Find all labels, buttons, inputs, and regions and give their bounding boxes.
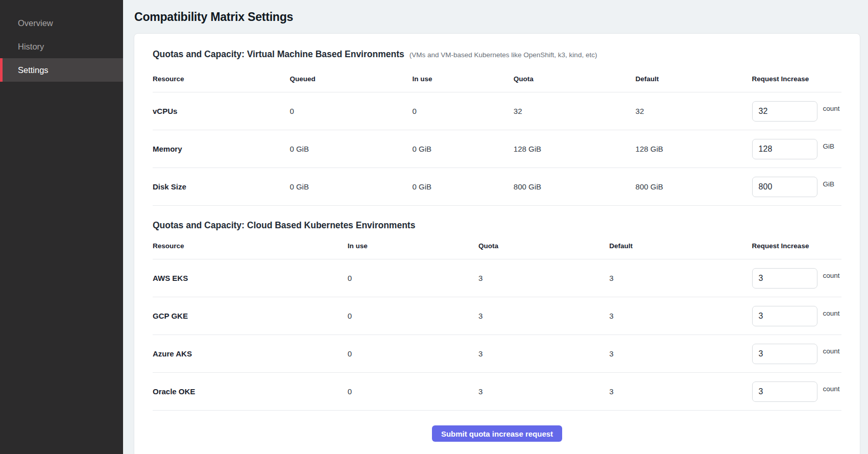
button-row: Submit quota increase request — [153, 411, 841, 449]
table-row-azure-aks: Azure AKS 0 3 3 count — [153, 335, 841, 373]
request-increase-cell: count — [752, 306, 841, 326]
sidebar: Overview History Settings — [0, 0, 123, 454]
table-row-oracle-oke: Oracle OKE 0 3 3 count — [153, 373, 841, 411]
in-use-value: 0 — [348, 335, 478, 373]
default-value: 3 — [609, 373, 752, 411]
page-title: Compatibility Matrix Settings — [134, 10, 860, 24]
vm-table-header-row: Resource Queued In use Quota Default Req… — [153, 65, 841, 92]
request-increase-cell: GiB — [752, 139, 841, 159]
queued-value: 0 — [290, 92, 412, 130]
quota-value: 128 GiB — [514, 130, 636, 168]
sidebar-item-label: History — [18, 42, 44, 52]
request-increase-cell: GiB — [752, 177, 841, 197]
unit-label: count — [823, 105, 840, 112]
unit-label: count — [823, 309, 840, 317]
aws-eks-request-input[interactable] — [752, 268, 817, 289]
main-content: Compatibility Matrix Settings Quotas and… — [123, 0, 868, 454]
in-use-value: 0 — [348, 373, 478, 411]
k8s-table-header-row: Resource In use Quota Default Request In… — [153, 232, 841, 259]
default-value: 3 — [609, 297, 752, 335]
k8s-quota-table: Resource In use Quota Default Request In… — [153, 232, 841, 411]
k8s-section-title: Quotas and Capacity: Cloud Based Kuberne… — [153, 220, 415, 231]
resource-name: Disk Size — [153, 168, 290, 206]
resource-name: vCPUs — [153, 92, 290, 130]
k8s-col-in-use: In use — [348, 232, 478, 259]
request-increase-cell: count — [752, 344, 841, 364]
table-row-aws-eks: AWS EKS 0 3 3 count — [153, 259, 841, 297]
default-value: 128 GiB — [636, 130, 752, 168]
request-increase-cell: count — [752, 268, 841, 289]
disk-size-request-input[interactable] — [752, 177, 817, 197]
default-value: 3 — [609, 335, 752, 373]
submit-quota-button[interactable]: Submit quota increase request — [432, 425, 562, 442]
table-row-disk-size: Disk Size 0 GiB 0 GiB 800 GiB 800 GiB Gi… — [153, 168, 841, 206]
unit-label: GiB — [823, 142, 835, 150]
vm-col-resource: Resource — [153, 65, 290, 92]
k8s-section-header: Quotas and Capacity: Cloud Based Kuberne… — [153, 220, 841, 231]
sidebar-item-label: Overview — [18, 18, 53, 28]
vm-section-subtitle: (VMs and VM-based Kubernetes like OpenSh… — [409, 51, 597, 59]
quota-value: 3 — [478, 335, 609, 373]
azure-aks-request-input[interactable] — [752, 344, 817, 364]
vm-col-request-increase: Request Increase — [752, 65, 841, 92]
request-increase-cell: count — [752, 381, 841, 402]
table-row-gcp-gke: GCP GKE 0 3 3 count — [153, 297, 841, 335]
unit-label: GiB — [823, 180, 835, 188]
unit-label: count — [823, 385, 840, 393]
k8s-col-request-increase: Request Increase — [752, 232, 841, 259]
quota-value: 3 — [478, 373, 609, 411]
sidebar-item-overview[interactable]: Overview — [0, 11, 123, 35]
in-use-value: 0 — [348, 297, 478, 335]
queued-value: 0 GiB — [290, 130, 412, 168]
queued-value: 0 GiB — [290, 168, 412, 206]
k8s-col-resource: Resource — [153, 232, 348, 259]
vm-section-header: Quotas and Capacity: Virtual Machine Bas… — [153, 49, 841, 60]
vm-quota-table: Resource Queued In use Quota Default Req… — [153, 65, 841, 206]
quota-settings-card: Quotas and Capacity: Virtual Machine Bas… — [134, 33, 860, 454]
unit-label: count — [823, 347, 840, 355]
sidebar-item-history[interactable]: History — [0, 35, 123, 58]
resource-name: AWS EKS — [153, 259, 348, 297]
vm-col-quota: Quota — [514, 65, 636, 92]
in-use-value: 0 — [413, 92, 514, 130]
request-increase-cell: count — [752, 101, 841, 122]
vm-col-queued: Queued — [290, 65, 412, 92]
sidebar-item-settings[interactable]: Settings — [0, 58, 123, 82]
quota-value: 3 — [478, 259, 609, 297]
resource-name: Memory — [153, 130, 290, 168]
vm-col-in-use: In use — [413, 65, 514, 92]
resource-name: Azure AKS — [153, 335, 348, 373]
table-row-vcpus: vCPUs 0 0 32 32 count — [153, 92, 841, 130]
oracle-oke-request-input[interactable] — [752, 381, 817, 402]
resource-name: Oracle OKE — [153, 373, 348, 411]
quota-value: 3 — [478, 297, 609, 335]
unit-label: count — [823, 272, 840, 279]
app-root: Overview History Settings Compatibility … — [0, 0, 868, 454]
in-use-value: 0 GiB — [413, 130, 514, 168]
table-row-memory: Memory 0 GiB 0 GiB 128 GiB 128 GiB GiB — [153, 130, 841, 168]
default-value: 3 — [609, 259, 752, 297]
vm-section-title: Quotas and Capacity: Virtual Machine Bas… — [153, 49, 404, 60]
quota-value: 800 GiB — [514, 168, 636, 206]
k8s-col-default: Default — [609, 232, 752, 259]
in-use-value: 0 — [348, 259, 478, 297]
k8s-col-quota: Quota — [478, 232, 609, 259]
memory-request-input[interactable] — [752, 139, 817, 159]
sidebar-item-label: Settings — [18, 65, 49, 75]
resource-name: GCP GKE — [153, 297, 348, 335]
vm-col-default: Default — [636, 65, 752, 92]
default-value: 800 GiB — [636, 168, 752, 206]
gcp-gke-request-input[interactable] — [752, 306, 817, 326]
quota-value: 32 — [514, 92, 636, 130]
vcpus-request-input[interactable] — [752, 101, 817, 122]
in-use-value: 0 GiB — [413, 168, 514, 206]
default-value: 32 — [636, 92, 752, 130]
